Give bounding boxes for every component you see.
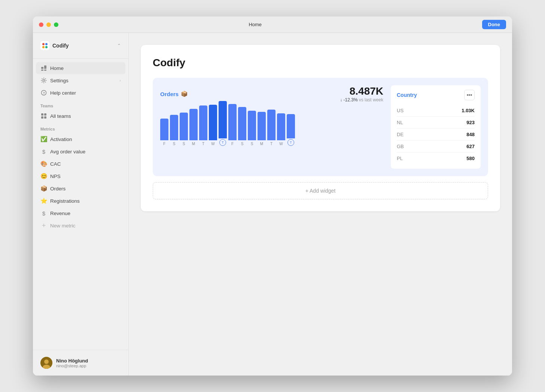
sidebar-item-help[interactable]: ? Help center bbox=[36, 87, 125, 99]
add-widget-button[interactable]: + Add widget bbox=[153, 182, 488, 199]
svg-rect-12 bbox=[41, 113, 43, 116]
widget-top: Orders 📦 8.487K ↓ -12.3% vs last week bbox=[160, 85, 481, 169]
user-details: Nino Höglund nino@steep.app bbox=[56, 358, 88, 368]
sidebar-item-all-teams[interactable]: All teams bbox=[36, 110, 125, 122]
page-card: Codify Orders 📦 8.487K bbox=[141, 45, 500, 211]
cac-label: CAC bbox=[50, 161, 61, 167]
sidebar-item-new-metric[interactable]: + New metric bbox=[36, 220, 125, 232]
user-profile[interactable]: Nino Höglund nino@steep.app bbox=[37, 355, 124, 371]
sidebar-item-nps[interactable]: 😊 NPS bbox=[36, 170, 125, 182]
metric-change: ↓ -12.3% vs last week bbox=[340, 97, 383, 102]
widget-header: Orders 📦 8.487K ↓ -12.3% vs last week bbox=[160, 85, 383, 102]
bar-label: T bbox=[270, 142, 272, 146]
country-row: NL923 bbox=[397, 117, 475, 129]
svg-rect-7 bbox=[41, 70, 43, 71]
new-metric-icon: + bbox=[40, 222, 47, 229]
sidebar-help-label: Help center bbox=[50, 90, 76, 96]
metric-number: 8.487K bbox=[340, 85, 383, 97]
sidebar-item-registrations[interactable]: ⭐ Registrations bbox=[36, 195, 125, 207]
svg-point-4 bbox=[45, 46, 48, 48]
country-title: Country bbox=[397, 92, 417, 98]
chart-bar bbox=[267, 110, 275, 140]
svg-point-17 bbox=[44, 359, 49, 364]
sidebar-item-orders[interactable]: 📦 Orders bbox=[36, 183, 125, 195]
svg-rect-15 bbox=[44, 116, 46, 119]
activation-icon: ✅ bbox=[40, 136, 47, 143]
svg-rect-0 bbox=[40, 41, 49, 50]
country-value: 923 bbox=[466, 120, 475, 125]
sidebar-home-label: Home bbox=[50, 65, 64, 71]
main-content: Codify Orders 📦 8.487K bbox=[129, 33, 512, 376]
country-code: GB bbox=[397, 144, 404, 149]
bar-group: T bbox=[267, 110, 275, 146]
bar-group: W bbox=[209, 105, 217, 146]
country-value: 848 bbox=[466, 132, 475, 137]
svg-point-1 bbox=[42, 43, 45, 45]
country-code: NL bbox=[397, 120, 403, 125]
country-value: 627 bbox=[466, 144, 475, 149]
avg-order-icon: $ bbox=[40, 148, 47, 155]
chart-bar bbox=[170, 115, 178, 140]
svg-rect-13 bbox=[44, 113, 46, 116]
chart-bar bbox=[219, 101, 227, 138]
chart-bar bbox=[287, 114, 295, 138]
app-content: Codify ⌃ Home bbox=[33, 33, 512, 376]
change-pct: -12.3% bbox=[344, 97, 358, 102]
revenue-icon: $ bbox=[40, 210, 47, 217]
registrations-icon: ⭐ bbox=[40, 197, 47, 204]
chart-bar bbox=[277, 113, 285, 140]
bar-label: S bbox=[173, 142, 176, 146]
bar-group: M bbox=[258, 112, 266, 146]
settings-chevron-icon: › bbox=[119, 78, 121, 83]
chart-bar bbox=[228, 104, 237, 140]
bar-group: W bbox=[277, 113, 285, 146]
orders-label: Orders bbox=[50, 186, 66, 192]
bar-label: M bbox=[260, 142, 263, 146]
country-code: US bbox=[397, 108, 404, 113]
metrics-section-label: Metrics bbox=[33, 122, 128, 133]
user-email: nino@steep.app bbox=[56, 364, 88, 368]
all-teams-label: All teams bbox=[50, 113, 71, 119]
widget-metric-name: Orders 📦 bbox=[160, 91, 188, 97]
registrations-label: Registrations bbox=[50, 198, 80, 204]
bar-label: W bbox=[279, 142, 283, 146]
sidebar-item-cac[interactable]: 🎨 CAC bbox=[36, 158, 125, 170]
help-icon: ? bbox=[40, 89, 47, 96]
bar-group: S bbox=[180, 113, 188, 146]
avatar bbox=[40, 357, 52, 369]
sidebar-item-revenue[interactable]: $ Revenue bbox=[36, 207, 125, 219]
widget-card: Orders 📦 8.487K ↓ -12.3% vs last week bbox=[153, 78, 488, 176]
sidebar-item-settings[interactable]: Settings › bbox=[36, 74, 125, 86]
svg-text:?: ? bbox=[43, 91, 45, 95]
svg-rect-8 bbox=[44, 70, 46, 71]
bar-label: M bbox=[192, 142, 195, 146]
bar-group: S bbox=[170, 115, 178, 146]
bar-group: T bbox=[287, 114, 295, 146]
bar-group: M bbox=[189, 109, 198, 146]
new-metric-label: New metric bbox=[50, 223, 76, 229]
nps-icon: 😊 bbox=[40, 173, 47, 180]
widget-chart-section: Orders 📦 8.487K ↓ -12.3% vs last week bbox=[160, 85, 383, 169]
chart-bar bbox=[248, 111, 256, 140]
orders-icon: 📦 bbox=[40, 185, 47, 192]
sidebar-nav: Home Settings › bbox=[33, 59, 128, 350]
country-code: DE bbox=[397, 132, 404, 137]
workspace-chevron-icon: ⌃ bbox=[117, 43, 121, 48]
country-header: Country ••• bbox=[397, 90, 475, 100]
more-options-button[interactable]: ••• bbox=[464, 90, 475, 100]
bar-label: S bbox=[183, 142, 185, 146]
sidebar-item-avg-order[interactable]: $ Avg order value bbox=[36, 146, 125, 157]
teams-section-label: Teams bbox=[33, 99, 128, 110]
sidebar-header: Codify ⌃ bbox=[33, 33, 128, 59]
bar-group: S bbox=[248, 111, 256, 146]
sidebar-item-activation[interactable]: ✅ Activation bbox=[36, 133, 125, 145]
sidebar-item-home[interactable]: Home bbox=[36, 62, 125, 74]
chart-bar bbox=[160, 119, 168, 140]
svg-rect-5 bbox=[41, 67, 43, 69]
chart-bar bbox=[189, 109, 198, 140]
bar-label: W bbox=[211, 142, 214, 146]
bar-label: S bbox=[241, 142, 244, 146]
workspace-selector[interactable]: Codify ⌃ bbox=[37, 39, 124, 52]
bar-chart: FSSMTWTFSSMTWT bbox=[160, 108, 383, 153]
done-button[interactable]: Done bbox=[482, 20, 506, 29]
